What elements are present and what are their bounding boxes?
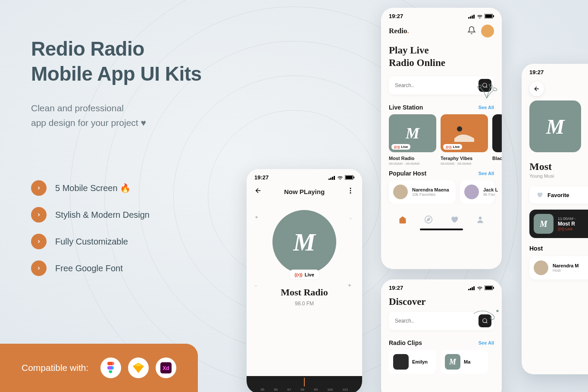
chevron-right-icon <box>31 180 47 196</box>
host-card[interactable]: Narendra Maena 10k Favorites <box>389 180 456 204</box>
status-time: 19:27 <box>389 285 403 291</box>
station-card[interactable]: M ((•))Live Most Radio 08:00AM - 09:00AM <box>389 114 436 166</box>
hero-section: Redio Radio Mobile App UI Kits Clean and… <box>31 37 247 130</box>
search-input[interactable] <box>395 318 479 324</box>
svg-text:Xd: Xd <box>163 365 169 371</box>
status-time: 19:27 <box>529 69 544 75</box>
wifi-icon <box>477 286 483 290</box>
svg-rect-5 <box>332 177 333 180</box>
feature-item: Fully Customizable <box>31 234 150 249</box>
album-art: M ((•))Live <box>272 210 336 274</box>
svg-point-13 <box>350 192 351 194</box>
svg-point-37 <box>497 310 498 312</box>
svg-marker-28 <box>427 218 430 221</box>
status-bar: 19:27 <box>247 169 362 182</box>
host-card[interactable]: Jack L 5k Fav <box>460 180 494 204</box>
now-playing-screen: 19:27 Now PLaying ✦ ○ ○ ✦ M ((•))Live Mo… <box>247 169 362 392</box>
station-name: Most Radio <box>247 287 362 298</box>
see-all-link[interactable]: See All <box>479 340 494 345</box>
hero-tagline: Clean and professional app design for yo… <box>31 101 247 130</box>
signal-icon <box>468 14 475 19</box>
chevron-right-icon <box>31 260 47 276</box>
signal-icon <box>328 176 335 180</box>
back-button[interactable] <box>529 82 544 96</box>
station-detail-screen: 19:27 M ○ Most Young Musi Favorite M 11:… <box>522 64 588 374</box>
feature-item: 5 Mobile Screen 🔥 <box>31 180 150 196</box>
svg-rect-9 <box>353 176 354 179</box>
live-badge: ((•))Live <box>289 270 320 280</box>
feature-label: Stylish & Modern Design <box>55 210 150 220</box>
see-all-link[interactable]: See All <box>479 105 494 110</box>
live-badge: ((•))Live <box>391 144 410 150</box>
now-playing-thumb: M <box>534 214 554 234</box>
station-subtitle: Young Musi <box>522 173 588 179</box>
signal-icon <box>468 286 475 290</box>
tuner[interactable]: 95 96 97 98 99 100 101 <box>247 376 362 392</box>
hosts-row: Narendra Maena 10k Favorites Jack L 5k F… <box>381 180 502 204</box>
station-card[interactable]: ((•))Live Teraphy Vibes 08:00AM - 09:00A… <box>441 114 488 166</box>
svg-line-39 <box>486 322 488 323</box>
avatar[interactable] <box>481 25 494 38</box>
stations-row: M ((•))Live Most Radio 08:00AM - 09:00AM… <box>381 114 502 166</box>
avatar <box>393 185 408 199</box>
svg-point-23 <box>488 83 494 88</box>
notification-icon[interactable] <box>467 26 476 36</box>
clip-card[interactable]: M Ma <box>441 350 488 374</box>
battery-icon <box>345 175 354 180</box>
favorite-button[interactable]: Favorite <box>529 186 588 204</box>
svg-rect-30 <box>468 289 469 290</box>
now-playing-bar[interactable]: M 11:00AM - Most R ((•)) Live <box>529 210 588 238</box>
back-button[interactable] <box>254 187 262 196</box>
status-bar: 19:27 <box>381 8 502 21</box>
svg-rect-17 <box>473 15 475 19</box>
svg-rect-6 <box>334 176 335 180</box>
wifi-icon <box>337 176 343 180</box>
chevron-right-icon <box>31 207 47 223</box>
svg-rect-20 <box>493 15 494 17</box>
wifi-icon <box>477 14 483 19</box>
see-all-link[interactable]: See All <box>479 171 494 176</box>
nav-profile-icon[interactable] <box>475 215 485 224</box>
svg-rect-8 <box>346 176 353 179</box>
adobe-xd-icon: Xd <box>156 358 176 378</box>
svg-rect-4 <box>330 178 332 180</box>
clip-card[interactable]: Emilyn <box>389 350 436 374</box>
feature-label: Free Google Font <box>55 263 123 273</box>
nav-heart-icon[interactable] <box>450 215 459 224</box>
svg-rect-15 <box>470 16 471 19</box>
feature-label: Fully Customizable <box>55 237 128 247</box>
discover-screen: 19:27 Discover Radio Clips See All Emily… <box>381 279 502 392</box>
search-input[interactable] <box>395 82 479 88</box>
compatibility-banner: Compatible with: Xd <box>0 344 198 392</box>
page-title: Play Live Radio Online <box>381 41 502 75</box>
nav-compass-icon[interactable] <box>424 215 433 224</box>
nav-home-icon[interactable] <box>398 215 407 224</box>
hero-title: Redio Radio Mobile App UI Kits <box>31 37 247 86</box>
now-playing-title: Now PLaying <box>284 188 325 195</box>
swirl-decoration-icon <box>472 305 502 322</box>
station-frequency: 98.0 FM <box>247 301 362 307</box>
svg-rect-33 <box>473 286 475 290</box>
svg-rect-36 <box>493 287 494 289</box>
home-screen: 19:27 Redio. Play Live Radio Online Live… <box>381 8 502 269</box>
svg-rect-32 <box>472 287 473 290</box>
status-bar: 19:27 <box>381 279 502 293</box>
host-card[interactable]: Narendra M Host <box>529 256 588 279</box>
svg-rect-3 <box>328 179 330 180</box>
station-card[interactable]: Blac <box>492 114 502 166</box>
features-list: 5 Mobile Screen 🔥 Stylish & Modern Desig… <box>31 180 150 287</box>
svg-rect-19 <box>485 15 492 18</box>
svg-point-29 <box>479 216 482 220</box>
home-indicator <box>420 229 463 230</box>
status-time: 19:27 <box>254 174 269 181</box>
svg-rect-14 <box>468 17 469 19</box>
chevron-right-icon <box>31 234 47 249</box>
feature-item: Stylish & Modern Design <box>31 207 150 223</box>
battery-icon <box>485 14 494 19</box>
status-bar: 19:27 <box>522 64 588 77</box>
more-icon[interactable] <box>347 187 354 196</box>
avatar <box>464 185 479 199</box>
bottom-nav <box>381 208 502 226</box>
svg-rect-35 <box>485 286 492 290</box>
feature-item: Free Google Font <box>31 260 150 276</box>
